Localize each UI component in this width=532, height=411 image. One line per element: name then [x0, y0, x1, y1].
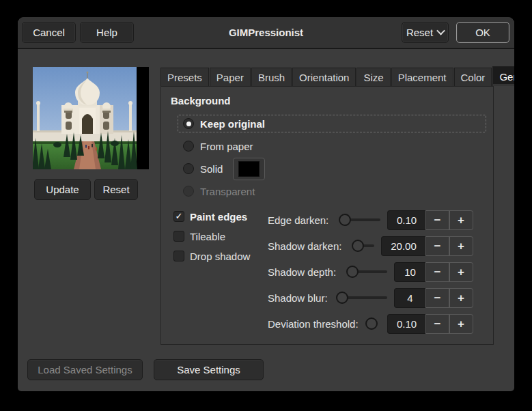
checkbox-row-paint-edges[interactable]: ✓ Paint edges: [173, 211, 268, 222]
tab-brush[interactable]: Brush: [251, 68, 292, 86]
edge-darken-entry[interactable]: 0.10: [387, 210, 425, 230]
shadow-blur-slider[interactable]: [335, 291, 389, 304]
tab-placement[interactable]: Placement: [391, 68, 453, 86]
radio-row-keep-original[interactable]: Keep original: [178, 115, 486, 132]
solid-color-swatch-button[interactable]: [233, 158, 265, 180]
decrement-button[interactable]: −: [425, 210, 449, 230]
gimpressionist-dialog: Cancel Help GIMPressionist Reset OK: [18, 17, 514, 391]
load-saved-settings-button: Load Saved Settings: [27, 359, 143, 380]
shadow-darken-slider[interactable]: [348, 239, 376, 253]
decrement-button[interactable]: −: [425, 236, 449, 256]
tab-bar: PresetsPaperBrushOrientationSizePlacemen…: [160, 66, 494, 86]
taj-mahal-illustration: [33, 67, 149, 169]
slider-label: Shadow depth:: [268, 266, 336, 278]
shadow-darken-entry[interactable]: 20.00: [381, 236, 425, 256]
slider-column: Edge darken: 0.10−+ Shadow darken: 20.00…: [268, 207, 473, 337]
preview-image: [33, 67, 149, 169]
slider-row-edge-darken: Edge darken: 0.10−+: [268, 207, 473, 233]
slider-knob[interactable]: [336, 292, 348, 304]
increment-button[interactable]: +: [449, 210, 473, 230]
decrement-button[interactable]: −: [425, 314, 449, 334]
tab-presets[interactable]: Presets: [160, 68, 209, 86]
checkbox-column: ✓ Paint edges Tileable Drop shadow: [173, 207, 268, 337]
cancel-button[interactable]: Cancel: [22, 22, 76, 43]
tab-orientation[interactable]: Orientation: [292, 68, 356, 86]
radio-row-solid[interactable]: Solid: [178, 157, 486, 180]
update-button[interactable]: Update: [34, 179, 91, 200]
radio-icon[interactable]: [183, 163, 194, 174]
tab-general[interactable]: General: [492, 66, 514, 86]
slider-knob[interactable]: [365, 317, 378, 330]
slider-row-shadow-darken: Shadow darken: 20.00−+: [268, 233, 473, 259]
background-section-title: Background: [171, 95, 493, 110]
slider-label: Shadow darken:: [268, 240, 341, 252]
radio-label: Solid: [200, 163, 223, 175]
settings-notebook: PresetsPaperBrushOrientationSizePlacemen…: [160, 66, 494, 345]
radio-icon[interactable]: [183, 141, 194, 152]
checkbox-checked-icon[interactable]: ✓: [173, 211, 184, 222]
radio-label: From paper: [200, 141, 253, 152]
ok-button[interactable]: OK: [456, 22, 509, 43]
deviation-threshold-entry[interactable]: 0.10: [387, 314, 425, 334]
checkbox-icon[interactable]: [173, 251, 184, 261]
background-options: Keep original From paper Solid Transpare…: [178, 115, 486, 200]
radio-selected-icon[interactable]: [183, 118, 194, 129]
reset-dropdown-label: Reset: [406, 27, 433, 38]
checkbox-row-drop-shadow[interactable]: Drop shadow: [173, 251, 268, 261]
checkbox-label: Drop shadow: [190, 251, 250, 262]
decrement-button[interactable]: −: [425, 262, 449, 282]
tab-color[interactable]: Color: [454, 68, 492, 86]
decrement-button[interactable]: −: [425, 288, 449, 308]
checkbox-icon[interactable]: [173, 231, 184, 242]
radio-label: Keep original: [200, 118, 265, 130]
slider-label: Deviation threshold:: [268, 318, 359, 330]
checkbox-row-tileable[interactable]: Tileable: [173, 231, 268, 242]
checkbox-label: Paint edges: [190, 211, 247, 223]
slider-label: Edge darken:: [268, 214, 328, 226]
radio-disabled-icon: [183, 186, 194, 197]
tab-size[interactable]: Size: [356, 68, 390, 86]
radio-row-transparent: Transparent: [178, 182, 486, 200]
increment-button[interactable]: +: [449, 314, 473, 334]
slider-knob[interactable]: [339, 214, 351, 226]
color-swatch: [238, 161, 260, 177]
slider-row-shadow-blur: Shadow blur: 4−+: [268, 285, 473, 311]
shadow-blur-entry[interactable]: 4: [394, 288, 425, 308]
save-settings-button[interactable]: Save Settings: [154, 359, 264, 380]
chevron-down-icon: [436, 26, 445, 35]
shadow-depth-entry[interactable]: 10: [394, 262, 425, 282]
checkbox-label: Tileable: [190, 231, 225, 242]
slider-row-shadow-depth: Shadow depth: 10−+: [268, 259, 473, 285]
slider-knob[interactable]: [352, 240, 364, 252]
reset-dropdown-button[interactable]: Reset: [402, 22, 449, 43]
help-button[interactable]: Help: [80, 22, 134, 43]
preview-reset-button[interactable]: Reset: [94, 179, 138, 200]
increment-button[interactable]: +: [449, 236, 473, 256]
tab-paper[interactable]: Paper: [210, 68, 251, 86]
slider-row-deviation-threshold: Deviation threshold: 0.10−+: [268, 311, 473, 337]
titlebar: Cancel Help GIMPressionist Reset OK: [18, 17, 514, 49]
deviation-threshold-slider[interactable]: [365, 317, 382, 330]
edge-darken-slider[interactable]: [335, 213, 382, 227]
shadow-depth-slider[interactable]: [343, 265, 389, 279]
radio-label: Transparent: [200, 186, 255, 197]
slider-label: Shadow blur:: [268, 292, 328, 304]
increment-button[interactable]: +: [449, 262, 473, 282]
general-tab-page: Background Keep original From paper Soli…: [160, 86, 494, 345]
slider-knob[interactable]: [346, 266, 359, 278]
radio-row-from-paper[interactable]: From paper: [178, 137, 486, 155]
increment-button[interactable]: +: [449, 288, 473, 308]
